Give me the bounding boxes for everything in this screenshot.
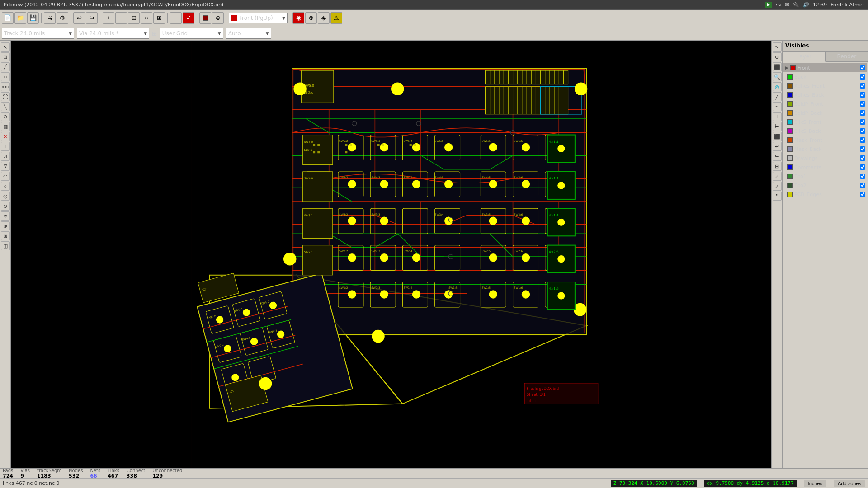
pcb-canvas-area[interactable]: SW5:0 LED:x	[11, 41, 771, 468]
layer-visibility-checkbox[interactable]	[860, 83, 865, 89]
right-line-tool[interactable]: ╱	[773, 92, 782, 101]
layer-item-adhes_back[interactable]: Adhes_Back	[783, 90, 867, 99]
ratsnest-button[interactable]: ⊗	[305, 12, 317, 24]
layer-visibility-checkbox[interactable]	[860, 92, 865, 98]
right-arc2-tool[interactable]: ~	[773, 102, 782, 111]
zoom-area-button[interactable]: ⊞	[153, 12, 165, 24]
right-router-tool[interactable]: ↗	[773, 182, 782, 191]
layer-item-mask_front[interactable]: Mask_Front	[783, 136, 867, 145]
right-highlight-tool[interactable]: ◎	[773, 82, 782, 91]
save-button[interactable]: 💾	[27, 12, 39, 24]
units-button[interactable]: Inches	[804, 480, 826, 487]
layer-item-silks_back[interactable]: SilkS_Back	[783, 127, 867, 136]
zoom-fit-button[interactable]: ⊡	[128, 12, 140, 24]
select-tool[interactable]: ▦	[1, 122, 10, 131]
layer-tab[interactable]: Layer	[783, 51, 826, 62]
layer-item-back[interactable]: Back	[783, 72, 867, 81]
right-undo-tool[interactable]: ↩	[773, 142, 782, 151]
layer-item-adhes_front[interactable]: Adhes_Front	[783, 81, 867, 90]
auto-dropdown[interactable]: Auto ▼	[226, 28, 271, 39]
layer-visibility-checkbox[interactable]	[860, 65, 865, 70]
nodes-value: 532	[69, 473, 79, 479]
copper-zone-button[interactable]: ◈	[318, 12, 330, 24]
drc-marker-button[interactable]: ⚠	[330, 12, 342, 24]
layer-item-comments[interactable]: Comments	[783, 163, 867, 172]
mm-tool[interactable]: mm	[1, 82, 10, 91]
render-tab[interactable]: Render	[826, 51, 868, 62]
layer-visibility-checkbox[interactable]	[860, 146, 865, 152]
pad-tool[interactable]: ◫	[1, 241, 10, 250]
track-label: trackSegm	[37, 468, 61, 473]
add-via-tool[interactable]: ⊙	[1, 112, 10, 121]
highlight-button[interactable]: ◉	[292, 12, 304, 24]
zone-tool[interactable]: ≋	[1, 211, 10, 221]
layer-visibility-checkbox[interactable]	[860, 137, 865, 143]
right-mirror-tool[interactable]: ⊿	[773, 172, 782, 181]
grid-tool[interactable]: ⊞	[1, 52, 10, 61]
add-zones-button[interactable]: Add zones	[834, 480, 865, 487]
layer-visibility-checkbox[interactable]	[860, 174, 865, 179]
zoom-reset-button[interactable]: ○	[141, 12, 152, 24]
print-button[interactable]: 🖨	[44, 12, 56, 24]
layer-item-drawings[interactable]: Drawings	[783, 154, 867, 163]
arc-tool[interactable]: ◠	[1, 172, 10, 181]
track-width-dropdown[interactable]: Track 24.0 mils ▼	[2, 28, 74, 39]
layer-item-silks_front[interactable]: SilkS_Front	[783, 117, 867, 127]
drc-button[interactable]: ✓	[183, 12, 194, 24]
right-select-tool[interactable]: ↖	[773, 42, 782, 52]
gerber-button[interactable]: ⚙	[57, 12, 68, 24]
text-tool[interactable]: T	[1, 142, 10, 151]
layer-visibility-checkbox[interactable]	[860, 164, 865, 170]
layer-visibility-checkbox[interactable]	[860, 74, 865, 80]
delete-tool[interactable]: ✕	[1, 132, 10, 141]
draw-line-tool[interactable]: ⊿	[1, 152, 10, 161]
right-measure-tool[interactable]: ⊢	[773, 122, 782, 131]
interactive-router-btn[interactable]: ⊕	[212, 12, 224, 24]
right-redo-tool[interactable]: ↪	[773, 152, 782, 161]
microwave-tool[interactable]: ⊗	[1, 221, 10, 230]
layer-item-soldp_back[interactable]: SoldP_Back	[783, 108, 867, 117]
right-zoom-tool[interactable]: ⊕	[773, 52, 782, 61]
layer-item-pcb_edges[interactable]: PCB_Edges	[783, 190, 867, 199]
svg-point-140	[489, 290, 497, 298]
right-text-tool[interactable]: T	[773, 112, 782, 121]
inch-tool[interactable]: in	[1, 72, 10, 81]
layer-item-soldp_front[interactable]: SoldP_Front	[783, 99, 867, 108]
open-button[interactable]: 📁	[14, 12, 26, 24]
layer-visibility-checkbox[interactable]	[860, 128, 865, 134]
layer-visibility-checkbox[interactable]	[860, 110, 865, 116]
cursor-tool[interactable]: ↖	[1, 42, 10, 52]
layer-visibility-checkbox[interactable]	[860, 192, 865, 197]
layer-item-eco1[interactable]: Eco1	[783, 172, 867, 181]
layer-front-btn[interactable]	[199, 12, 211, 24]
layer-item-eco2[interactable]: Eco2	[783, 181, 867, 190]
full-screen-tool[interactable]: ⛶	[1, 92, 10, 101]
netlist-button[interactable]: ≡	[170, 12, 182, 24]
right-inspect-tool[interactable]: 🔍	[773, 72, 782, 81]
grid-dropdown[interactable]: User Grid ▼	[160, 28, 223, 39]
new-button[interactable]: 📄	[2, 12, 14, 24]
right-delete-tool[interactable]: ⬛	[773, 132, 782, 141]
circle-tool[interactable]: ○	[1, 182, 10, 191]
right-3d-tool[interactable]: ⬛	[773, 62, 782, 71]
via-size-dropdown[interactable]: Via 24.0 mils * ▼	[77, 28, 149, 39]
zoom-in-button[interactable]: +	[103, 12, 114, 24]
layer-visibility-checkbox[interactable]	[860, 155, 865, 161]
layer-item-front[interactable]: ▶Front	[783, 63, 867, 72]
zoom-out-button[interactable]: −	[115, 12, 127, 24]
layer-visibility-checkbox[interactable]	[860, 101, 865, 107]
keepout-tool[interactable]: ⊠	[1, 231, 10, 240]
layer-item-mask_back[interactable]: Mask_Back	[783, 145, 867, 154]
layer-visibility-checkbox[interactable]	[860, 183, 865, 188]
right-dots-tool[interactable]: ⠿	[773, 192, 782, 201]
add-track-tool[interactable]: ╲	[1, 102, 10, 111]
undo-button[interactable]: ↩	[73, 12, 85, 24]
right-grid2-tool[interactable]: ⊞	[773, 162, 782, 171]
component-tool[interactable]: ⊕	[1, 202, 10, 211]
redo-button[interactable]: ↪	[86, 12, 98, 24]
route-tool[interactable]: ╱	[1, 62, 10, 71]
layer-visibility-checkbox[interactable]	[860, 119, 865, 125]
measure-tool[interactable]: ⊽	[1, 162, 10, 171]
eye-tool[interactable]: ◎	[1, 192, 10, 201]
layer-dropdown[interactable]: Front (PgUp) ▼	[229, 13, 288, 23]
